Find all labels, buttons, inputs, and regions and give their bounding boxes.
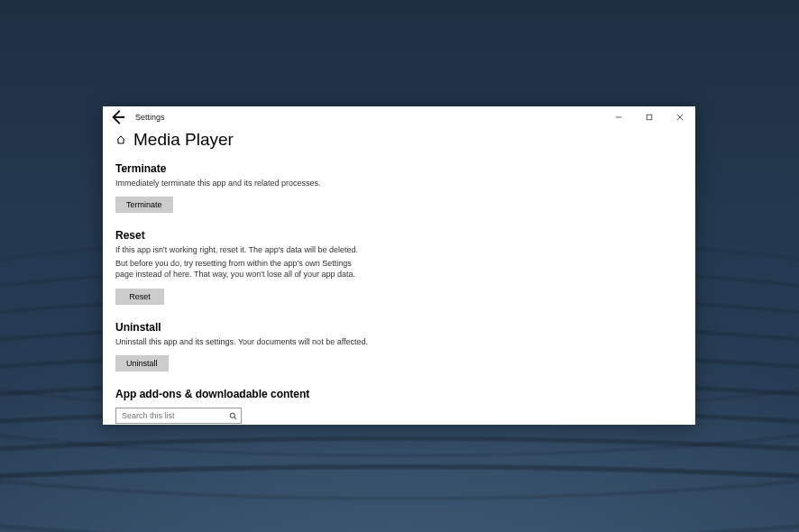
uninstall-heading: Uninstall xyxy=(115,321,683,334)
addons-section: App add-ons & downloadable content xyxy=(115,388,683,424)
window-title: Settings xyxy=(135,113,165,122)
page-header: Media Player xyxy=(115,130,683,150)
terminate-section: Terminate Immediately terminate this app… xyxy=(115,162,683,213)
reset-section: Reset If this app isn't working right, r… xyxy=(115,229,683,304)
search-input[interactable] xyxy=(122,411,229,420)
terminate-button[interactable]: Terminate xyxy=(115,197,173,213)
maximize-button[interactable] xyxy=(634,106,665,128)
window-controls xyxy=(603,106,695,128)
titlebar: Settings xyxy=(103,106,695,128)
search-icon xyxy=(229,408,237,424)
svg-line-5 xyxy=(234,417,236,418)
reset-button[interactable]: Reset xyxy=(115,289,164,305)
terminate-description: Immediately terminate this app and its r… xyxy=(115,178,368,188)
addons-search[interactable] xyxy=(115,408,242,424)
back-button[interactable] xyxy=(110,109,126,125)
uninstall-button[interactable]: Uninstall xyxy=(115,355,169,371)
uninstall-description: Uninstall this app and its settings. You… xyxy=(115,336,368,347)
terminate-heading: Terminate xyxy=(115,162,683,175)
close-button[interactable] xyxy=(665,106,695,128)
settings-window: Settings Media Player Terminate Immediat… xyxy=(103,106,695,425)
svg-rect-1 xyxy=(647,115,652,120)
svg-point-4 xyxy=(230,413,234,417)
reset-heading: Reset xyxy=(115,229,683,242)
home-icon[interactable] xyxy=(115,134,126,145)
reset-description-2: But before you do, try resetting from wi… xyxy=(115,258,368,280)
uninstall-section: Uninstall Uninstall this app and its set… xyxy=(115,321,683,371)
addons-heading: App add-ons & downloadable content xyxy=(115,388,683,400)
reset-description-1: If this app isn't working right, reset i… xyxy=(115,244,368,255)
minimize-button[interactable] xyxy=(603,106,634,128)
page-title: Media Player xyxy=(133,130,234,150)
content-area: Media Player Terminate Immediately termi… xyxy=(103,128,695,425)
